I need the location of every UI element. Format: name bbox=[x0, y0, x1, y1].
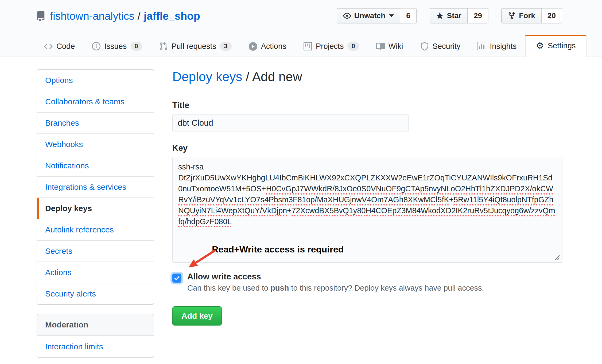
tab-wiki[interactable]: Wiki bbox=[368, 35, 412, 57]
tab-issues[interactable]: Issues 0 bbox=[83, 35, 150, 57]
star-icon: ★ bbox=[436, 11, 444, 20]
tab-security[interactable]: Security bbox=[412, 35, 469, 57]
sidebar-item-deploy-keys[interactable]: Deploy keys bbox=[37, 197, 154, 219]
title-separator: / bbox=[242, 70, 252, 84]
allow-write-checkbox[interactable] bbox=[172, 274, 181, 283]
projects-count-badge: 0 bbox=[347, 42, 359, 51]
forks-count[interactable]: 20 bbox=[542, 8, 562, 23]
fork-icon bbox=[508, 12, 516, 20]
allow-write-label[interactable]: Allow write access bbox=[187, 272, 484, 282]
unwatch-button[interactable]: Unwatch bbox=[337, 8, 401, 23]
sidebar-item-integrations-services[interactable]: Integrations & services bbox=[37, 176, 154, 197]
eye-icon bbox=[343, 12, 351, 20]
deploy-keys-link[interactable]: Deploy keys bbox=[172, 70, 242, 84]
main-content: Deploy keys / Add new Title Key ssh-rsa … bbox=[172, 69, 562, 358]
tab-code[interactable]: Code bbox=[36, 35, 83, 57]
title-input[interactable] bbox=[172, 114, 409, 132]
sidebar-item-autolink-references[interactable]: Autolink references bbox=[37, 219, 154, 240]
title-label: Title bbox=[172, 101, 562, 110]
tab-pull-requests[interactable]: Pull requests 3 bbox=[151, 35, 240, 57]
allow-write-description: Can this key be used to push to this rep… bbox=[187, 284, 484, 292]
stargazers-count[interactable]: 29 bbox=[468, 8, 488, 23]
pull-requests-count-badge: 3 bbox=[220, 42, 231, 51]
page-title: Deploy keys / Add new bbox=[172, 69, 562, 89]
shield-icon bbox=[420, 42, 429, 51]
fork-button[interactable]: Fork bbox=[501, 8, 542, 23]
issues-count-badge: 0 bbox=[130, 42, 142, 51]
resize-handle-icon[interactable] bbox=[554, 254, 560, 261]
sidebar-item-branches[interactable]: Branches bbox=[37, 112, 154, 133]
repo-icon bbox=[36, 11, 46, 21]
book-icon bbox=[376, 42, 385, 51]
key-label: Key bbox=[172, 143, 562, 153]
tab-actions[interactable]: Actions bbox=[240, 35, 295, 57]
add-key-button[interactable]: Add key bbox=[172, 306, 222, 326]
repo-action-buttons: Unwatch 6 ★ Star 29 Fork 20 bbox=[337, 8, 562, 23]
play-icon bbox=[249, 42, 257, 51]
breadcrumb-repo-link[interactable]: jaffle_shop bbox=[144, 10, 200, 22]
code-icon bbox=[44, 42, 53, 51]
sidebar-item-collaborators-teams[interactable]: Collaborators & teams bbox=[37, 91, 154, 112]
star-button[interactable]: ★ Star bbox=[430, 8, 468, 23]
fork-label: Fork bbox=[519, 11, 535, 20]
repo-tabs: Code Issues 0 Pull requests 3 Actions Pr… bbox=[36, 35, 587, 57]
watchers-count[interactable]: 6 bbox=[400, 8, 417, 23]
tab-settings[interactable]: ⚙︎ Settings bbox=[525, 35, 586, 57]
tab-projects[interactable]: Projects 0 bbox=[295, 35, 368, 57]
fork-button-group: Fork 20 bbox=[501, 8, 562, 23]
sidebar-item-security-alerts[interactable]: Security alerts bbox=[37, 283, 154, 304]
star-button-group: ★ Star 29 bbox=[430, 8, 488, 23]
sidebar-item-webhooks[interactable]: Webhooks bbox=[37, 133, 154, 155]
watch-button-group: Unwatch 6 bbox=[337, 8, 417, 23]
breadcrumb-separator: / bbox=[138, 10, 141, 22]
repo-header: fishtown-analytics / jaffle_shop Unwatch… bbox=[0, 0, 602, 57]
graph-icon bbox=[477, 42, 486, 51]
issue-opened-icon bbox=[92, 42, 100, 50]
star-label: Star bbox=[447, 11, 461, 20]
title-current: Add new bbox=[252, 70, 302, 84]
checkmark-icon bbox=[174, 275, 180, 281]
pull-request-icon bbox=[159, 42, 168, 50]
breadcrumb-owner-link[interactable]: fishtown-analytics bbox=[50, 10, 134, 22]
unwatch-label: Unwatch bbox=[354, 11, 386, 20]
sidebar-item-secrets[interactable]: Secrets bbox=[37, 240, 154, 262]
sidebar-item-options[interactable]: Options bbox=[37, 70, 154, 91]
caret-down-icon bbox=[389, 14, 394, 17]
sidebar-item-interaction-limits[interactable]: Interaction limits bbox=[37, 336, 154, 357]
settings-sidebar: Options Collaborators & teams Branches W… bbox=[37, 69, 154, 305]
sidebar-item-notifications[interactable]: Notifications bbox=[37, 155, 154, 176]
annotation-read-write: Read+Write access is required bbox=[212, 244, 344, 255]
sidebar-item-actions[interactable]: Actions bbox=[37, 262, 154, 283]
moderation-section: Moderation Interaction limits bbox=[37, 314, 154, 358]
project-icon bbox=[304, 42, 312, 50]
moderation-header: Moderation bbox=[37, 314, 154, 336]
tab-insights[interactable]: Insights bbox=[469, 35, 525, 57]
gear-icon: ⚙︎ bbox=[536, 41, 544, 50]
breadcrumb: fishtown-analytics / jaffle_shop bbox=[36, 10, 200, 22]
